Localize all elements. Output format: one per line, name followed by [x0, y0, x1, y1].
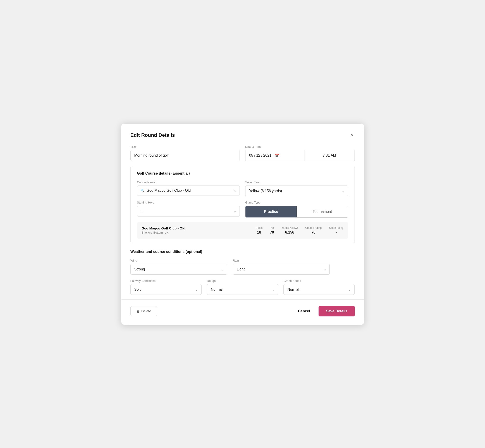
course-name-input[interactable] [147, 189, 232, 192]
edit-round-modal: Edit Round Details × Title Date & Time 0… [121, 124, 364, 325]
practice-button[interactable]: Practice [245, 206, 297, 217]
rain-select-wrapper: NoneLightModerateHeavy ⌄ [233, 264, 330, 274]
rain-select[interactable]: NoneLightModerateHeavy [233, 264, 330, 274]
rough-group: Rough SoftNormalHardWetFirm ⌄ [207, 279, 278, 295]
starting-hole-select[interactable]: 1234 5678 910 [137, 206, 240, 216]
course-name-group: Course Name 🔍 ✕ [137, 181, 240, 196]
par-stat: Par 70 [270, 226, 274, 234]
fairway-select-wrapper: SoftNormalHardWetFirm ⌄ [130, 284, 202, 295]
wind-select-wrapper: NoneLightModerateStrongVery Strong ⌄ [130, 264, 227, 274]
game-type-group: Game Type Practice Tournament [245, 201, 348, 218]
green-speed-select-wrapper: SlowNormalFastVery Fast ⌄ [283, 284, 355, 295]
course-location: Shelford Bottom, UK [142, 231, 248, 234]
calendar-icon: 📅 [275, 153, 300, 158]
yards-value: 6,156 [285, 230, 294, 234]
search-icon: 🔍 [140, 189, 145, 192]
holes-stat: Holes 18 [256, 226, 263, 234]
course-name-input-wrapper: 🔍 ✕ [137, 185, 240, 196]
rain-group: Rain NoneLightModerateHeavy ⌄ [233, 259, 330, 274]
fairway-group: Fairway Conditions SoftNormalHardWetFirm… [130, 279, 202, 295]
holes-value: 18 [257, 230, 261, 234]
hole-gametype-row: Starting Hole 1234 5678 910 ⌄ Game Type … [137, 201, 348, 218]
rough-select[interactable]: SoftNormalHardWetFirm [207, 284, 278, 295]
golf-section-title: Golf Course details (Essential) [137, 171, 348, 176]
holes-label: Holes [256, 226, 263, 230]
rough-select-wrapper: SoftNormalHardWetFirm ⌄ [207, 284, 278, 295]
par-value: 70 [270, 230, 274, 234]
save-button[interactable]: Save Details [319, 306, 355, 316]
course-name-display: Gog Magog Golf Club - Old, [142, 226, 248, 230]
delete-button[interactable]: 🗑 Delete [130, 306, 157, 316]
delete-label: Delete [141, 309, 151, 313]
rain-label: Rain [233, 259, 330, 262]
clear-icon[interactable]: ✕ [233, 189, 236, 193]
title-date-row: Title Date & Time 05 / 12 / 2021 📅 7:31 … [130, 145, 355, 161]
title-field-group: Title [130, 145, 240, 161]
par-label: Par [270, 226, 274, 230]
modal-header: Edit Round Details × [130, 132, 355, 139]
datetime-field-group: Date & Time 05 / 12 / 2021 📅 7:31 AM [245, 145, 355, 161]
golf-course-section: Golf Course details (Essential) Course N… [130, 166, 355, 243]
select-tee-group: Select Tee Yellow (6,156 yards) White Re… [245, 181, 348, 196]
yards-label: Yards(Yellow) [282, 226, 298, 230]
tournament-button[interactable]: Tournament [297, 206, 348, 217]
slope-rating-value: - [336, 230, 337, 234]
green-speed-label: Green Speed [283, 279, 355, 282]
footer-row: 🗑 Delete Cancel Save Details [130, 306, 355, 316]
datetime-label: Date & Time [245, 145, 355, 148]
footer-divider [121, 299, 364, 300]
starting-hole-group: Starting Hole 1234 5678 910 ⌄ [137, 201, 240, 218]
date-input[interactable]: 05 / 12 / 2021 📅 [245, 150, 304, 161]
modal-title: Edit Round Details [130, 132, 175, 138]
title-label: Title [130, 145, 240, 148]
close-button[interactable]: × [350, 132, 355, 139]
footer-right: Cancel Save Details [294, 306, 355, 316]
course-rating-label: Course rating [305, 226, 322, 230]
fairway-select[interactable]: SoftNormalHardWetFirm [131, 284, 201, 295]
weather-section-title: Weather and course conditions (optional) [130, 250, 355, 254]
course-rating-value: 70 [312, 230, 315, 234]
spacer [335, 259, 355, 274]
green-speed-group: Green Speed SlowNormalFastVery Fast ⌄ [283, 279, 355, 295]
wind-label: Wind [130, 259, 227, 262]
fairway-label: Fairway Conditions [130, 279, 202, 282]
select-tee-label: Select Tee [245, 181, 348, 184]
course-info-name: Gog Magog Golf Club - Old, Shelford Bott… [142, 226, 248, 234]
wind-select[interactable]: NoneLightModerateStrongVery Strong [131, 264, 227, 274]
course-rating-stat: Course rating 70 [305, 226, 322, 234]
trash-icon: 🗑 [136, 309, 140, 313]
tee-select-wrapper: Yellow (6,156 yards) White Red Blue ⌄ [245, 185, 348, 196]
wind-group: Wind NoneLightModerateStrongVery Strong … [130, 259, 227, 274]
game-type-toggle: Practice Tournament [245, 206, 348, 218]
time-input[interactable]: 7:31 AM [304, 150, 355, 161]
title-input[interactable] [130, 150, 240, 161]
slope-rating-label: Slope rating [329, 226, 343, 230]
fairway-rough-green-row: Fairway Conditions SoftNormalHardWetFirm… [130, 279, 355, 295]
yards-stat: Yards(Yellow) 6,156 [282, 226, 298, 234]
time-value: 7:31 AM [323, 153, 336, 158]
wind-rain-row: Wind NoneLightModerateStrongVery Strong … [130, 259, 355, 274]
game-type-label: Game Type [245, 201, 348, 204]
course-name-label: Course Name [137, 181, 240, 184]
date-time-group: 05 / 12 / 2021 📅 7:31 AM [245, 150, 355, 161]
starting-hole-select-wrapper: 1234 5678 910 ⌄ [137, 206, 240, 216]
rough-label: Rough [207, 279, 278, 282]
course-tee-row: Course Name 🔍 ✕ Select Tee Yellow (6,156… [137, 181, 348, 196]
starting-hole-label: Starting Hole [137, 201, 240, 204]
cancel-button[interactable]: Cancel [294, 306, 314, 316]
course-info-row: Gog Magog Golf Club - Old, Shelford Bott… [137, 222, 348, 239]
slope-rating-stat: Slope rating - [329, 226, 343, 234]
green-speed-select[interactable]: SlowNormalFastVery Fast [284, 284, 354, 295]
tee-select[interactable]: Yellow (6,156 yards) White Red Blue [245, 186, 348, 196]
date-value: 05 / 12 / 2021 [249, 153, 275, 158]
